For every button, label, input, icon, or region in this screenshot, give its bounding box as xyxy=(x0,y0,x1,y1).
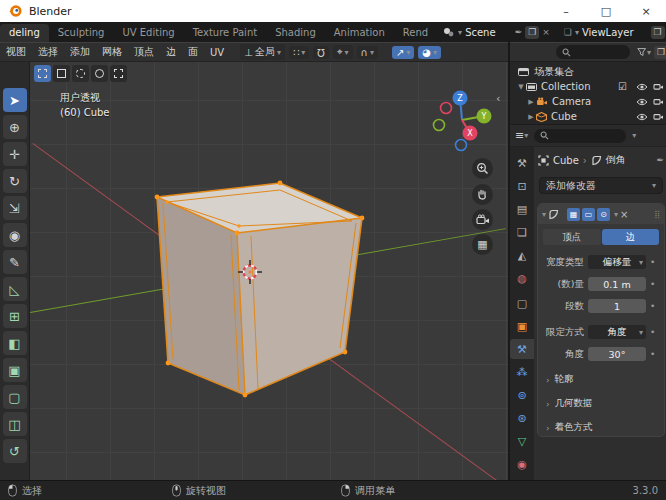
limit-method-dropdown[interactable]: 角度 ▾ xyxy=(588,325,646,339)
new-collection-icon[interactable]: ❐ xyxy=(654,46,666,59)
editor-type-chevron[interactable]: ▾ xyxy=(524,131,528,140)
filter-chevron[interactable]: ▾ xyxy=(647,48,651,57)
toggle-ortho-button[interactable]: ▦ xyxy=(472,234,493,255)
disclosure-expanded-icon[interactable]: ▼ xyxy=(516,83,526,91)
properties-options-chevron[interactable]: ▾ xyxy=(632,131,636,140)
tab-view-layer[interactable]: ❏ xyxy=(510,222,534,242)
transform-orientation-dropdown[interactable]: ⊥ 全局 ▾ xyxy=(240,44,285,60)
workspace-tab-modeling[interactable]: deling xyxy=(0,24,49,42)
tool-select-lasso-icon[interactable] xyxy=(91,65,108,82)
modifier-extras-chevron[interactable]: ▾ xyxy=(614,210,618,219)
viewport-canvas[interactable]: 用户透视 (60) Cube Z Y X ▦ xyxy=(30,62,508,480)
pan-view-button[interactable] xyxy=(472,184,493,205)
tool-bevel[interactable]: ▢ xyxy=(3,385,27,409)
show-gizmo-toggle[interactable]: ↗ ▾ xyxy=(392,46,414,59)
keyframe-dot[interactable]: • xyxy=(650,301,655,311)
display-render-toggle[interactable]: ⊙ xyxy=(597,208,610,221)
render-camera-icon[interactable] xyxy=(653,82,664,91)
tool-select-box[interactable]: ➤ xyxy=(3,88,27,112)
tool-rotate[interactable]: ↻ xyxy=(3,169,27,193)
drag-handle-icon[interactable]: ⣿ xyxy=(654,210,660,219)
properties-search-input[interactable] xyxy=(534,129,626,143)
scene-collection-label[interactable]: 场景集合 xyxy=(534,65,574,79)
breadcrumb-object[interactable]: Cube xyxy=(553,155,579,166)
tab-scene[interactable]: ◭ xyxy=(510,245,534,265)
panel-expand-chevron[interactable]: ▾ xyxy=(542,210,546,219)
tool-select-mode-icon[interactable] xyxy=(110,65,127,82)
section-geometry[interactable]: › 几何数据 xyxy=(546,396,664,411)
section-shading[interactable]: › 着色方式 xyxy=(546,420,664,435)
workspace-tab-animation[interactable]: Animation xyxy=(325,24,394,42)
workspace-tab-shading[interactable]: Shading xyxy=(266,24,325,42)
workspace-tab-rendering[interactable]: Rend xyxy=(394,24,437,42)
eye-icon[interactable] xyxy=(636,83,648,91)
pin-icon[interactable]: ✒ xyxy=(515,27,523,37)
tool-tweak-icon[interactable] xyxy=(34,65,51,82)
section-profile[interactable]: › 轮廓 xyxy=(546,372,664,387)
disclosure-collapsed-icon[interactable]: ▶ xyxy=(526,113,536,121)
pin-icon[interactable]: ✒ xyxy=(656,155,664,165)
angle-field[interactable]: 30° xyxy=(588,347,646,361)
outliner-search-input[interactable] xyxy=(556,45,630,59)
scene-selector[interactable]: ▾ Scene ✒ ❐ × xyxy=(439,22,554,42)
snap-toggle[interactable]: Ω xyxy=(313,46,329,59)
scene-name[interactable]: Scene xyxy=(465,27,496,38)
tab-object-data[interactable]: ▽ xyxy=(510,431,534,451)
menu-edge[interactable]: 边 xyxy=(160,45,182,59)
tool-move[interactable]: ✛ xyxy=(3,142,27,166)
tool-inset-faces[interactable]: ▣ xyxy=(3,358,27,382)
show-overlays-toggle[interactable]: ◕ ▾ xyxy=(418,46,441,59)
tab-render[interactable]: ⊡ xyxy=(510,176,534,196)
workspace-tab-uv-editing[interactable]: UV Editing xyxy=(113,24,183,42)
tab-world[interactable]: ◍ xyxy=(510,268,534,288)
tool-measure[interactable]: ◺ xyxy=(3,277,27,301)
tab-object[interactable]: ▣ xyxy=(510,316,534,336)
tool-select-box-icon[interactable] xyxy=(53,65,70,82)
tool-add-cube[interactable]: ⊞ xyxy=(3,304,27,328)
scene-dropdown-chevron[interactable]: ▾ xyxy=(458,28,462,37)
amount-field[interactable]: 0.1 m xyxy=(588,277,646,291)
tab-output[interactable]: ▤ xyxy=(510,199,534,219)
disclosure-collapsed-icon[interactable]: ▶ xyxy=(526,98,536,106)
pivot-point-dropdown[interactable]: ∷ ▾ xyxy=(289,46,309,59)
properties-editor-icon[interactable]: ≡ xyxy=(515,129,524,142)
eye-icon[interactable] xyxy=(636,98,648,106)
outliner-row-collection[interactable]: ▼ Collection ☑ xyxy=(510,79,666,94)
tool-spin[interactable]: ↺ xyxy=(3,439,27,463)
menu-mesh[interactable]: 网格 xyxy=(96,45,128,59)
tab-constraints[interactable]: ⊛ xyxy=(510,408,534,428)
keyframe-dot[interactable]: • xyxy=(650,257,655,267)
camera-label[interactable]: Camera xyxy=(552,96,591,107)
blender-logo-icon[interactable] xyxy=(8,4,22,18)
minimize-button[interactable]: – xyxy=(546,0,586,22)
menu-add[interactable]: 添加 xyxy=(64,45,96,59)
keyframe-dot[interactable]: • xyxy=(650,327,655,337)
cube-label[interactable]: Cube xyxy=(551,111,577,122)
menu-face[interactable]: 面 xyxy=(182,45,204,59)
menu-view[interactable]: 视图 xyxy=(0,45,32,59)
outliner-row-scene-collection[interactable]: 场景集合 xyxy=(510,64,666,79)
segments-field[interactable]: 1 xyxy=(588,299,646,313)
tool-loop-cut[interactable]: ◫ xyxy=(3,412,27,436)
tab-physics[interactable]: ⊚ xyxy=(510,385,534,405)
tab-material[interactable]: ◉ xyxy=(510,454,534,474)
new-scene-icon[interactable]: ❐ xyxy=(525,26,539,39)
viewlayer-dropdown-chevron[interactable]: ▾ xyxy=(575,28,579,37)
tool-transform[interactable]: ◉ xyxy=(3,223,27,247)
menu-select[interactable]: 选择 xyxy=(32,45,64,59)
tab-collection[interactable]: ▢ xyxy=(510,293,534,313)
close-button[interactable]: × xyxy=(626,0,666,22)
proportional-editing-dropdown[interactable]: ∩ ▾ xyxy=(357,46,378,59)
keyframe-dot[interactable]: • xyxy=(650,279,655,289)
delete-modifier-icon[interactable]: × xyxy=(620,209,628,220)
breadcrumb-modifier[interactable]: 倒角 xyxy=(606,153,626,167)
maximize-button[interactable]: □ xyxy=(586,0,626,22)
width-type-dropdown[interactable]: 偏移量 ▾ xyxy=(588,255,646,269)
tool-cursor[interactable]: ⊕ xyxy=(3,115,27,139)
affect-edges-tab[interactable]: 边 xyxy=(602,229,660,245)
display-editmode-toggle[interactable]: ▦ xyxy=(567,208,580,221)
display-realtime-toggle[interactable]: ▭ xyxy=(582,208,595,221)
keyframe-dot[interactable]: • xyxy=(650,349,655,359)
menu-uv[interactable]: UV xyxy=(204,47,230,58)
workspace-tab-texture-paint[interactable]: Texture Paint xyxy=(184,24,267,42)
